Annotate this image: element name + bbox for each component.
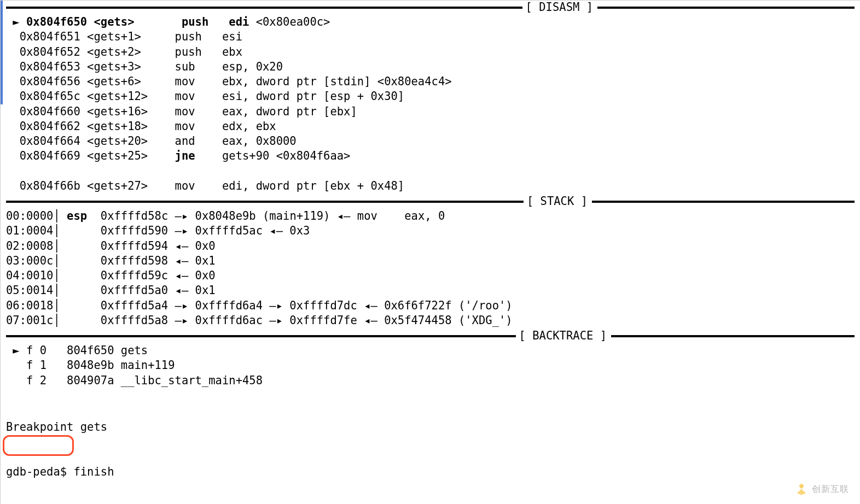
gdb-command: finish bbox=[73, 465, 114, 478]
divider-line bbox=[592, 201, 855, 203]
section-header-stack: [ STACK ] bbox=[6, 195, 855, 208]
debugger-viewport: [ DISASM ] ► 0x804f650 <gets> push edi <… bbox=[0, 0, 860, 504]
gdb-prompt: gdb-peda$ bbox=[6, 465, 73, 478]
divider-line bbox=[6, 335, 516, 337]
breakpoint-line: Breakpoint gets bbox=[6, 420, 855, 435]
section-header-disasm: [ DISASM ] bbox=[6, 1, 855, 14]
stack-block: 00:0000│ esp 0xffffd58c —▸ 0x8048e9b (ma… bbox=[6, 208, 855, 329]
divider-line bbox=[6, 201, 524, 203]
disasm-block: ► 0x804f650 <gets> push edi <0x80ea00c> … bbox=[6, 14, 855, 195]
logo-icon bbox=[794, 482, 809, 496]
prompt-line[interactable]: gdb-peda$ finish bbox=[6, 465, 855, 479]
section-label-disasm: [ DISASM ] bbox=[522, 1, 597, 14]
watermark: 创新互联 bbox=[794, 482, 849, 496]
divider-line bbox=[597, 7, 855, 9]
console-area[interactable]: Breakpoint gets gdb-peda$ finish Run til… bbox=[6, 389, 855, 504]
section-label-stack: [ STACK ] bbox=[524, 195, 592, 208]
backtrace-block: ► f 0 804f650 gets f 1 8048e9b main+119 … bbox=[6, 342, 855, 389]
watermark-text: 创新互联 bbox=[812, 484, 849, 495]
section-label-backtrace: [ BACKTRACE ] bbox=[516, 329, 611, 342]
divider-line bbox=[6, 7, 522, 9]
section-header-backtrace: [ BACKTRACE ] bbox=[6, 329, 855, 342]
divider-line bbox=[611, 335, 855, 337]
left-gutter bbox=[1, 1, 3, 104]
